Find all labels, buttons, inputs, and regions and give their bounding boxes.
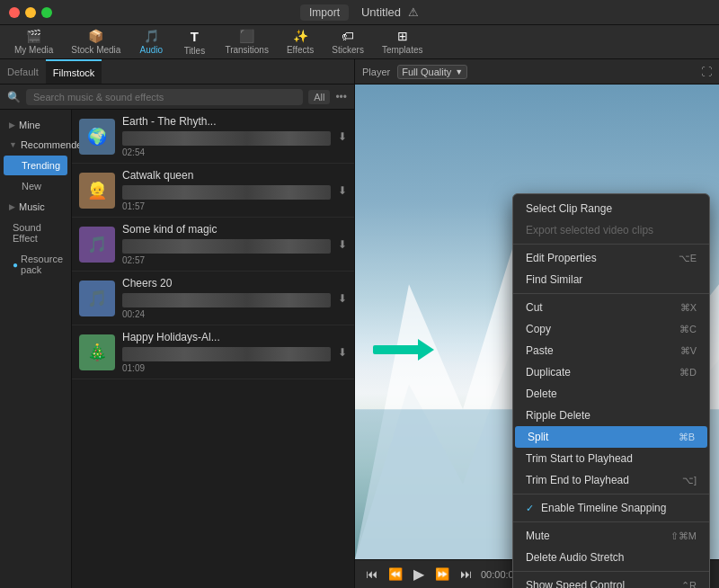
download-icon-1[interactable]: ⬇ <box>338 130 347 143</box>
waveform-5 <box>122 347 331 361</box>
music-item[interactable]: 🎵 Cheers 20 00:24 ⬇ <box>72 272 354 325</box>
audio-tabs: Default Filmstock <box>0 59 354 85</box>
toolbar-transitions[interactable]: ⬛ Transitions <box>217 25 276 58</box>
ctx-paste-shortcut: ⌘V <box>680 345 697 357</box>
title-warning-icon: ⚠ <box>408 5 419 19</box>
context-menu: Select Clip Range Export selected video … <box>512 193 710 588</box>
music-arrow-icon: ▶ <box>9 202 15 211</box>
title-bar: Import Untitled ⚠ <box>0 0 719 25</box>
all-filter-button[interactable]: All <box>308 90 330 104</box>
step-forward-button[interactable]: ⏩ <box>433 566 451 583</box>
step-back-button[interactable]: ⏪ <box>386 566 404 583</box>
music-list: 🌍 Earth - The Rhyth... 02:54 ⬇ 👱 Catwalk… <box>72 110 354 588</box>
play-button[interactable]: ▶ <box>412 564 426 584</box>
effects-icon: ✨ <box>293 29 308 43</box>
music-thumb-4: 🎵 <box>79 281 115 316</box>
quality-select[interactable]: Full Quality ▼ <box>397 65 467 79</box>
arrow-indicator <box>373 339 434 361</box>
arrow-body <box>373 345 418 354</box>
fullscreen-icon[interactable]: ⛶ <box>701 66 712 78</box>
stickers-icon: 🏷 <box>342 29 354 43</box>
waveform-1 <box>122 131 331 146</box>
ctx-sep-1 <box>513 244 709 245</box>
waveform-2 <box>122 185 331 200</box>
toolbar-effects[interactable]: ✨ Effects <box>280 25 321 58</box>
ctx-copy[interactable]: Copy ⌘C <box>513 318 709 340</box>
toolbar-stock-media[interactable]: 📦 Stock Media <box>64 25 128 58</box>
fast-forward-button[interactable]: ⏭ <box>458 566 474 583</box>
ctx-sep-3 <box>513 494 709 494</box>
music-info-4: Cheers 20 00:24 <box>122 277 331 319</box>
ctx-find-similar[interactable]: Find Similar <box>513 269 709 290</box>
ctx-cut[interactable]: Cut ⌘X <box>513 297 709 318</box>
stock-media-icon: 📦 <box>88 29 103 43</box>
download-icon-3[interactable]: ⬇ <box>338 238 347 251</box>
toolbar-stickers[interactable]: 🏷 Stickers <box>324 25 371 58</box>
audio-icon: 🎵 <box>144 29 159 43</box>
toolbar-templates[interactable]: ⊞ Templates <box>375 25 431 58</box>
minimize-button[interactable] <box>25 7 36 18</box>
tab-default[interactable]: Default <box>0 59 46 84</box>
sidebar-item-trending[interactable]: Trending <box>4 156 67 175</box>
ctx-split[interactable]: Split ⌘B <box>515 426 707 448</box>
waveform-3 <box>122 239 331 254</box>
download-icon-4[interactable]: ⬇ <box>338 292 347 305</box>
transitions-icon: ⬛ <box>239 29 254 43</box>
ctx-enable-snapping[interactable]: ✓ Enable Timeline Snapping <box>513 497 709 519</box>
ctx-delete-audio[interactable]: Delete Audio Stretch <box>513 547 709 568</box>
ctx-duplicate-shortcut: ⌘D <box>679 367 697 379</box>
ctx-mute[interactable]: Mute ⇧⌘M <box>513 525 709 547</box>
ctx-trim-start[interactable]: Trim Start to Playhead <box>513 448 709 469</box>
ctx-trim-end-shortcut: ⌥] <box>682 475 697 486</box>
ctx-edit-properties[interactable]: Edit Properties ⌥E <box>513 247 709 269</box>
music-info-1: Earth - The Rhyth... 02:54 <box>122 115 331 157</box>
sidebar-item-resource-pack[interactable]: ● Resource pack <box>4 249 67 280</box>
ctx-duplicate[interactable]: Duplicate ⌘D <box>513 361 709 383</box>
search-input[interactable] <box>26 89 303 105</box>
ctx-delete[interactable]: Delete <box>513 383 709 405</box>
music-thumb-1: 🌍 <box>79 119 115 155</box>
ctx-sep-2 <box>513 293 709 294</box>
rewind-button[interactable]: ⏮ <box>364 566 379 583</box>
titles-icon: T <box>191 29 199 44</box>
toolbar-my-media[interactable]: 🎬 My Media <box>7 25 60 58</box>
maximize-button[interactable] <box>41 7 52 18</box>
import-tab[interactable]: Import <box>300 4 349 21</box>
tab-filmstock[interactable]: Filmstock <box>46 59 102 84</box>
sidebar-item-mine[interactable]: ▶ Mine <box>0 115 71 135</box>
mine-arrow-icon: ▶ <box>9 120 15 129</box>
ctx-select-clip-range[interactable]: Select Clip Range <box>513 198 709 219</box>
sidebar-item-new[interactable]: New <box>4 176 67 196</box>
ctx-edit-shortcut: ⌥E <box>679 253 697 264</box>
music-item[interactable]: 🎵 Some kind of magic 02:57 ⬇ <box>72 218 354 272</box>
waveform-4 <box>122 293 331 307</box>
music-item[interactable]: 🎄 Happy Holidays-Al... 01:09 ⬇ <box>72 325 354 379</box>
sidebar-item-recommended[interactable]: ▼ Recommended <box>0 135 71 155</box>
ctx-ripple-delete[interactable]: Ripple Delete <box>513 405 709 426</box>
sidebar-item-sound-effect[interactable]: Sound Effect <box>4 218 67 248</box>
my-media-icon: 🎬 <box>26 29 41 43</box>
ctx-mute-shortcut: ⇧⌘M <box>670 530 697 542</box>
download-icon-5[interactable]: ⬇ <box>338 346 347 359</box>
download-icon-2[interactable]: ⬇ <box>338 184 347 197</box>
close-button[interactable] <box>9 7 20 18</box>
ctx-sep-4 <box>513 521 709 522</box>
music-item[interactable]: 👱 Catwalk queen 01:57 ⬇ <box>72 164 354 218</box>
music-thumb-3: 🎵 <box>79 227 115 263</box>
music-info-3: Some kind of magic 02:57 <box>122 223 331 265</box>
ctx-trim-end[interactable]: Trim End to Playhead ⌥] <box>513 469 709 491</box>
music-thumb-5: 🎄 <box>79 334 115 370</box>
ctx-export-selected: Export selected video clips <box>513 219 709 241</box>
more-options-icon[interactable]: ••• <box>335 91 347 103</box>
toolbar-titles[interactable]: T Titles <box>174 25 214 59</box>
sidebar-item-music[interactable]: ▶ Music <box>0 197 71 217</box>
ctx-show-speed[interactable]: Show Speed Control ⌃R <box>513 575 709 588</box>
ctx-sep-5 <box>513 571 709 572</box>
search-bar: 🔍 All ••• <box>0 85 354 110</box>
toolbar-audio[interactable]: 🎵 Audio <box>131 25 171 58</box>
left-panel: Default Filmstock 🔍 All ••• ▶ Mine ▼ Rec… <box>0 59 355 588</box>
audio-sidebar: ▶ Mine ▼ Recommended Trending New ▶ Musi… <box>0 110 72 588</box>
ctx-paste[interactable]: Paste ⌘V <box>513 340 709 361</box>
music-item[interactable]: 🌍 Earth - The Rhyth... 02:54 ⬇ <box>72 110 354 164</box>
search-icon: 🔍 <box>7 91 21 103</box>
